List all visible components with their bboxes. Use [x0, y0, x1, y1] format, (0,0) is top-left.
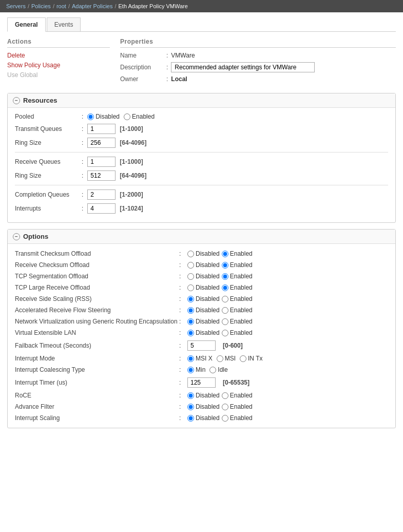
option-label-6: Network Virtualization using Generic Rou… [15, 318, 179, 325]
advance-filter-enabled-option[interactable]: Enabled [222, 403, 253, 410]
roce-disabled-option[interactable]: Disabled [187, 392, 220, 399]
opt1-enabled-option[interactable]: Enabled [222, 261, 253, 269]
roce-enabled-option[interactable]: Enabled [222, 392, 253, 399]
opt6-disabled-radio[interactable] [187, 318, 194, 325]
options-collapse-icon[interactable]: − [13, 233, 20, 240]
roce-control: Disabled Enabled [187, 392, 253, 399]
tab-events[interactable]: Events [47, 17, 81, 31]
option-control-3: Disabled Enabled [187, 284, 253, 291]
opt7-enabled-option[interactable]: Enabled [222, 329, 253, 336]
coalescing-type-label: Interrupt Coalescing Type [15, 366, 179, 373]
breadcrumb: Servers / Policies / root / Adapter Poli… [0, 0, 403, 12]
tx-queues-label: Transmit Queues [15, 125, 82, 132]
opt5-disabled-option[interactable]: Disabled [187, 307, 220, 314]
pooled-label: Pooled [15, 113, 82, 120]
coalescing-min-label: Min [196, 366, 205, 373]
interrupt-mode-msi-label: MSI [225, 355, 236, 362]
opt4-enabled-option[interactable]: Enabled [222, 295, 253, 302]
opt2-disabled-radio[interactable] [187, 273, 194, 280]
opt3-disabled-option[interactable]: Disabled [187, 284, 220, 291]
pooled-disabled-radio[interactable] [87, 113, 94, 120]
opt3-enabled-option[interactable]: Enabled [222, 284, 253, 291]
breadcrumb-current: Eth Adapter Policy VMWare [119, 3, 188, 9]
opt0-enabled-label: Enabled [230, 250, 253, 257]
opt3-disabled-radio[interactable] [187, 284, 194, 291]
interrupt-mode-intx-option[interactable]: IN Tx [240, 355, 262, 362]
opt4-disabled-option[interactable]: Disabled [187, 295, 220, 302]
opt0-disabled-radio[interactable] [187, 251, 194, 257]
option-row-1: Receive Checksum Offload : Disabled Enab… [15, 259, 388, 271]
interrupt-scaling-enabled-option[interactable]: Enabled [222, 414, 253, 422]
opt1-disabled-option[interactable]: Disabled [187, 261, 220, 269]
failback-timeout-input[interactable] [187, 340, 216, 351]
advance-filter-enabled-radio[interactable] [222, 404, 228, 410]
interrupt-timer-range: [0-65535] [223, 379, 250, 386]
resources-collapse-icon[interactable]: − [13, 97, 20, 104]
pooled-enabled-option[interactable]: Enabled [124, 113, 155, 120]
opt7-disabled-option[interactable]: Disabled [187, 329, 220, 336]
opt0-enabled-radio[interactable] [222, 251, 228, 257]
advance-filter-disabled-radio[interactable] [187, 404, 194, 410]
interrupt-timer-row: Interrupt Timer (us) : [0-65535] [15, 375, 388, 390]
roce-enabled-radio[interactable] [222, 392, 228, 399]
prop-description-input[interactable] [171, 62, 315, 72]
actions-title: Actions [7, 38, 110, 48]
opt7-disabled-radio[interactable] [187, 330, 194, 336]
opt2-enabled-radio[interactable] [222, 273, 228, 280]
pooled-enabled-radio[interactable] [124, 113, 130, 120]
advance-filter-disabled-option[interactable]: Disabled [187, 403, 220, 410]
opt3-enabled-radio[interactable] [222, 284, 228, 291]
coalescing-idle-radio[interactable] [209, 367, 216, 373]
opt0-disabled-option[interactable]: Disabled [187, 250, 220, 257]
breadcrumb-servers[interactable]: Servers [6, 3, 26, 9]
interrupt-scaling-disabled-radio[interactable] [187, 415, 194, 422]
show-policy-link[interactable]: Show Policy Usage [7, 62, 110, 69]
option-control-0: Disabled Enabled [187, 250, 253, 257]
opt0-enabled-option[interactable]: Enabled [222, 250, 253, 257]
rx-queues-input[interactable] [87, 157, 116, 167]
interrupt-mode-msix-option[interactable]: MSI X [187, 355, 213, 362]
completion-queues-input[interactable] [87, 189, 116, 200]
interrupt-mode-msi-radio[interactable] [217, 355, 223, 362]
resources-body: Pooled : Disabled Enabled [8, 108, 395, 222]
tx-queues-input[interactable] [87, 124, 116, 134]
tx-ring-input[interactable] [87, 138, 116, 148]
interrupts-input[interactable] [87, 203, 116, 214]
coalescing-min-option[interactable]: Min [187, 366, 205, 373]
interrupt-timer-input[interactable] [187, 377, 216, 388]
breadcrumb-root[interactable]: root [56, 3, 66, 9]
opt1-enabled-radio[interactable] [222, 262, 228, 269]
interrupt-mode-row: Interrupt Mode : MSI X MSI [15, 353, 388, 364]
interrupt-scaling-disabled-option[interactable]: Disabled [187, 414, 220, 422]
coalescing-idle-option[interactable]: Idle [209, 366, 227, 373]
roce-row: RoCE : Disabled Enabled [15, 390, 388, 401]
breadcrumb-policies[interactable]: Policies [31, 3, 51, 9]
tab-general[interactable]: General [7, 17, 46, 32]
interrupt-mode-msi-option[interactable]: MSI [217, 355, 236, 362]
opt2-enabled-option[interactable]: Enabled [222, 273, 253, 280]
prop-name-row: Name : VMWare [120, 52, 396, 59]
opt2-disabled-option[interactable]: Disabled [187, 273, 220, 280]
opt1-disabled-radio[interactable] [187, 262, 194, 269]
coalescing-idle-label: Idle [218, 366, 227, 373]
opt5-enabled-option[interactable]: Enabled [222, 307, 253, 314]
rx-ring-input[interactable] [87, 170, 116, 181]
delete-link[interactable]: Delete [7, 52, 110, 59]
interrupt-scaling-enabled-radio[interactable] [222, 415, 228, 422]
pooled-disabled-option[interactable]: Disabled [87, 113, 120, 120]
roce-disabled-radio[interactable] [187, 392, 194, 399]
opt6-disabled-option[interactable]: Disabled [187, 318, 220, 325]
coalescing-min-radio[interactable] [187, 367, 194, 373]
opt4-enabled-radio[interactable] [222, 296, 228, 302]
breadcrumb-adapter-policies[interactable]: Adapter Policies [72, 3, 113, 9]
opt6-enabled-radio[interactable] [222, 318, 228, 325]
resources-divider-1 [15, 152, 388, 153]
opt5-enabled-radio[interactable] [222, 307, 228, 314]
opt5-disabled-radio[interactable] [187, 307, 194, 314]
interrupt-mode-intx-radio[interactable] [240, 355, 246, 362]
opt7-enabled-radio[interactable] [222, 330, 228, 336]
opt6-enabled-option[interactable]: Enabled [222, 318, 253, 325]
interrupt-mode-msix-radio[interactable] [187, 355, 194, 362]
opt4-disabled-radio[interactable] [187, 296, 194, 302]
option-control-1: Disabled Enabled [187, 261, 253, 269]
